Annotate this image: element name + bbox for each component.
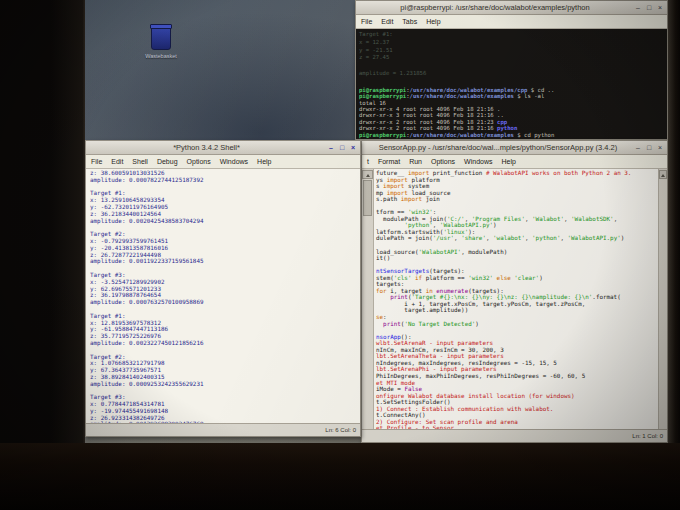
code-segment: lbt.SetArenaTheta - input parameters: [376, 353, 504, 359]
editor-menu-help[interactable]: Help: [502, 158, 516, 165]
shell-line: z: 36.19798878764654: [90, 292, 360, 299]
code-segment: .format(: [592, 294, 620, 300]
code-segment: [376, 294, 390, 300]
code-segment: 'WalabotSDK': [571, 216, 614, 222]
code-segment: 'Program Files': [472, 216, 525, 222]
code-segment: it(): [376, 255, 390, 261]
code-segment: 'cls': [394, 275, 412, 281]
scrollbar-thumb[interactable]: [363, 180, 372, 216]
terminal-menu-tabs[interactable]: Tabs: [402, 18, 417, 25]
monitor-screen: Wastebasket pi@raspberrypi: /usr/share/d…: [85, 0, 668, 443]
editor-body: future__ import print_function # Walabot…: [362, 169, 667, 429]
code-segment: s.path: [376, 196, 401, 202]
minimize-icon[interactable]: –: [634, 3, 642, 12]
editor-right-scrollbar[interactable]: [658, 169, 667, 429]
code-segment: 'Walabot': [532, 216, 564, 222]
shell-menu-shell[interactable]: Shell: [132, 158, 148, 165]
maximize-icon[interactable]: □: [645, 143, 653, 152]
code-segment: '/usr': [433, 235, 454, 241]
shell-menu-debug[interactable]: Debug: [157, 158, 178, 165]
terminal-line: z = 27.45: [359, 54, 664, 62]
maximize-icon[interactable]: □: [338, 143, 346, 152]
code-segment: drwxr-xr-x 2 root root 4096 Feb 18 21:23: [359, 119, 497, 125]
shell-titlebar[interactable]: *Python 3.4.2 Shell* – □ ×: [86, 141, 360, 155]
code-segment: system: [404, 183, 429, 189]
editor-menu-options[interactable]: Options: [431, 158, 455, 165]
code-segment: 'win32': [408, 209, 433, 215]
shell-line: z: 26.923314382649726: [90, 415, 360, 422]
code-segment: 'clear': [514, 275, 539, 281]
editor-menu-windows[interactable]: Windows: [464, 158, 492, 165]
close-icon[interactable]: ×: [349, 143, 357, 152]
shell-line: [90, 265, 360, 272]
code-segment: 'python': [404, 222, 432, 228]
code-segment: import: [408, 170, 429, 176]
code-segment: :: [433, 209, 437, 215]
shell-menu-options[interactable]: Options: [187, 158, 211, 165]
terminal-titlebar[interactable]: pi@raspberrypi: /usr/share/doc/walabot/e…: [356, 1, 667, 15]
code-segment: join: [422, 196, 440, 202]
shell-menu-windows[interactable]: Windows: [220, 158, 248, 165]
shell-line: z: 38.892841402400315: [90, 374, 360, 381]
scroll-up-icon[interactable]: [659, 170, 667, 179]
shell-line: Target #2:: [90, 354, 360, 361]
terminal-menu-edit[interactable]: Edit: [381, 18, 393, 25]
shell-line: amplitude: 0.0009253242355629231: [90, 381, 360, 388]
code-segment: platform: [408, 177, 440, 183]
editor-menu-format[interactable]: Format: [378, 158, 400, 165]
shell-output[interactable]: z: 38.600591013031526amplitude: 0.000782…: [86, 169, 360, 423]
code-segment: else: [497, 275, 511, 281]
minimize-icon[interactable]: –: [634, 143, 642, 152]
editor-menu-run[interactable]: Run: [409, 158, 422, 165]
terminal-gap: [359, 78, 664, 87]
terminal-menu-help[interactable]: Help: [426, 18, 440, 25]
code-segment: enumerate: [436, 288, 468, 294]
code-segment: import: [383, 183, 404, 189]
code-segment: i, target: [387, 288, 426, 294]
code-segment: drwxr-xr-x 4 root root 4096 Feb 18 21:16…: [359, 106, 500, 112]
code-segment: /usr/share/doc/walabot/examples: [410, 132, 514, 138]
code-segment: 'win32': [468, 275, 493, 281]
terminal-output[interactable]: Target #1:x = 12.37y = -21.51z = 27.45 a…: [356, 29, 667, 139]
code-segment: import: [387, 177, 408, 183]
code-segment: [376, 222, 404, 228]
scroll-up-icon[interactable]: [362, 170, 373, 179]
code-segment: cpp: [497, 119, 507, 125]
code-segment: pi@raspberrypi: [359, 93, 406, 99]
code-segment: drwxr-xr-x 2 root root 4096 Feb 18 21:16: [359, 125, 497, 131]
code-segment: mp: [376, 190, 387, 196]
shell-line: z: 35.77195725226976: [90, 333, 360, 340]
monitor-bezel-left: [0, 0, 85, 443]
code-segment: ): [539, 275, 543, 281]
code-segment: import: [401, 196, 422, 202]
editor-code[interactable]: future__ import print_function # Walabot…: [374, 169, 658, 429]
terminal-line: y = -21.51: [359, 47, 664, 55]
shell-menu-file[interactable]: File: [91, 158, 102, 165]
code-segment: 'WalabotAPI.py': [568, 235, 621, 241]
shell-line: amplitude: 0.0007822744125187392: [90, 177, 360, 184]
code-segment: ,: [560, 235, 567, 241]
terminal-line: amplitude = 1.231856: [359, 70, 664, 78]
code-segment: 'WalabotAPI': [419, 249, 462, 255]
shell-menu-help[interactable]: Help: [257, 158, 271, 165]
code-segment: ,: [433, 222, 440, 228]
terminal-window: pi@raspberrypi: /usr/share/doc/walabot/e…: [355, 0, 668, 140]
editor-menubar: tFormatRunOptionsWindowsHelp: [362, 155, 667, 169]
close-icon[interactable]: ×: [656, 143, 664, 152]
editor-menu-t[interactable]: t: [367, 158, 369, 165]
terminal-menu-file[interactable]: File: [361, 18, 372, 25]
code-segment: pi@raspberrypi: [359, 132, 406, 138]
wastebasket-desktop-icon[interactable]: Wastebasket: [143, 26, 179, 59]
monitor-bezel-bottom: DELL: [0, 443, 680, 510]
code-segment: nIndegrees, maxIndegrees, resIndegrees =…: [376, 360, 557, 366]
code-segment: lbt.SetArenaPhi - input parameters: [376, 366, 497, 372]
wastebasket-label: Wastebasket: [143, 53, 179, 59]
editor-left-scrollbar[interactable]: [362, 169, 374, 429]
code-segment: dulePath = join(: [376, 235, 433, 241]
maximize-icon[interactable]: □: [645, 3, 653, 12]
code-segment: et MTI mode: [376, 380, 415, 386]
close-icon[interactable]: ×: [656, 3, 664, 12]
editor-titlebar[interactable]: SensorApp.py - /usr/share/doc/wal...mple…: [362, 141, 667, 155]
shell-menu-edit[interactable]: Edit: [111, 158, 123, 165]
minimize-icon[interactable]: –: [327, 143, 335, 152]
